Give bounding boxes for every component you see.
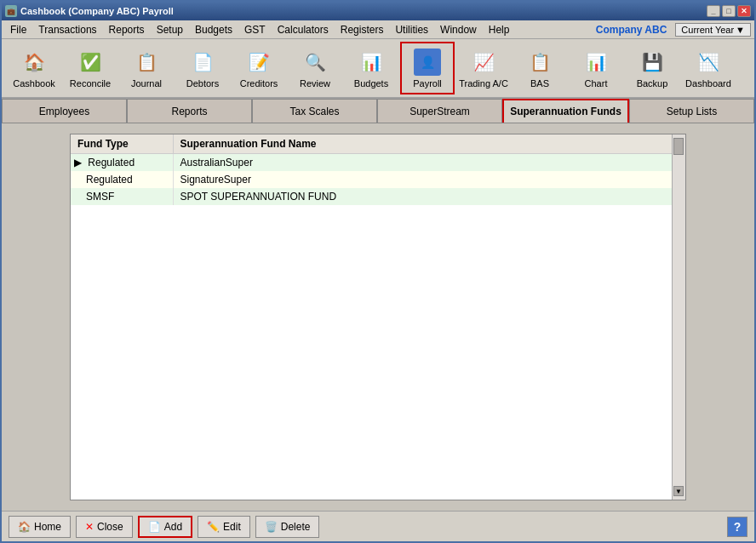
toolbar-creditors[interactable]: 📝 Creditors	[232, 42, 286, 94]
trading-label: Trading A/C	[459, 78, 508, 89]
col-fundname: Superannuation Fund Name	[173, 134, 685, 154]
edit-button[interactable]: ✏️ Edit	[198, 516, 250, 538]
toolbar-backup[interactable]: 💾 Backup	[625, 42, 679, 94]
minimize-button[interactable]: _	[707, 5, 720, 17]
payroll-label: Payroll	[413, 78, 442, 89]
cell-fundname: SPOT SUPERANNUATION FUND	[173, 188, 685, 205]
main-window: 💼 Cashbook (Company ABC) Payroll _ □ ✕ F…	[0, 0, 756, 543]
tab-superstream[interactable]: SuperStream	[377, 99, 502, 123]
menu-registers[interactable]: Registers	[335, 22, 389, 37]
tabs-container: Employees Reports Tax Scales SuperStream…	[2, 99, 754, 123]
trading-icon: 📈	[470, 49, 497, 76]
toolbar-trading[interactable]: 📈 Trading A/C	[456, 42, 511, 94]
scroll-arrow-down[interactable]: ▼	[673, 486, 684, 496]
toolbar: 🏠 Cashbook ✅ Reconcile 📋 Journal 📄 Debto…	[2, 39, 754, 99]
edit-icon: ✏️	[207, 521, 220, 533]
reconcile-icon: ✅	[77, 49, 104, 76]
toolbar-chart[interactable]: 📊 Chart	[569, 42, 623, 94]
backup-icon: 💾	[639, 49, 666, 76]
help-button[interactable]: ?	[727, 517, 747, 537]
budgets-icon: 📊	[358, 49, 385, 76]
delete-button[interactable]: 🗑️ Delete	[255, 516, 320, 538]
tab-employees[interactable]: Employees	[2, 99, 127, 123]
journal-icon: 📋	[133, 49, 160, 76]
table-header-row: Fund Type Superannuation Fund Name	[71, 134, 685, 154]
menu-window[interactable]: Window	[435, 22, 482, 37]
delete-label: Delete	[281, 521, 311, 533]
menu-budgets[interactable]: Budgets	[190, 22, 238, 37]
toolbar-review[interactable]: 🔍 Review	[288, 42, 342, 94]
toolbar-reconcile[interactable]: ✅ Reconcile	[63, 42, 117, 94]
tab-setuplists[interactable]: Setup Lists	[629, 99, 754, 123]
budgets-label: Budgets	[354, 78, 388, 89]
scroll-thumb[interactable]	[673, 138, 684, 155]
menu-bar: File Transactions Reports Setup Budgets …	[2, 20, 754, 39]
add-label: Add	[164, 521, 182, 533]
edit-label: Edit	[223, 521, 241, 533]
current-year-button[interactable]: Current Year ▼	[675, 23, 751, 37]
funds-table: Fund Type Superannuation Fund Name ▶ Reg…	[71, 134, 685, 205]
review-label: Review	[300, 78, 330, 89]
table-row[interactable]: ▶ Regulated AustralianSuper	[71, 154, 685, 172]
cell-fundtype: ▶ Regulated	[71, 154, 173, 172]
main-area: Fund Type Superannuation Fund Name ▶ Reg…	[2, 123, 754, 511]
help-label: ?	[734, 520, 742, 534]
home-button[interactable]: 🏠 Home	[9, 516, 71, 538]
dashboard-label: Dashboard	[685, 78, 731, 89]
company-name: Company ABC	[596, 24, 667, 36]
toolbar-payroll[interactable]: 👤 Payroll	[400, 42, 455, 94]
app-icon: 💼	[5, 5, 17, 17]
toolbar-journal[interactable]: 📋 Journal	[119, 42, 174, 94]
dashboard-icon: 📉	[695, 49, 722, 76]
cell-fundname: SignatureSuper	[173, 171, 685, 188]
table-row[interactable]: Regulated SignatureSuper	[71, 171, 685, 188]
tab-taxscales[interactable]: Tax Scales	[252, 99, 377, 123]
chart-label: Chart	[585, 78, 608, 89]
close-icon: ✕	[85, 521, 94, 533]
menu-help[interactable]: Help	[484, 22, 515, 37]
bas-icon: 📋	[526, 49, 553, 76]
table-row[interactable]: SMSF SPOT SUPERANNUATION FUND	[71, 188, 685, 205]
menu-file[interactable]: File	[5, 22, 32, 37]
current-year-label: Current Year	[681, 25, 734, 35]
toolbar-cashbook[interactable]: 🏠 Cashbook	[7, 42, 61, 94]
toolbar-budgets[interactable]: 📊 Budgets	[344, 42, 398, 94]
menu-utilities[interactable]: Utilities	[390, 22, 433, 37]
home-icon: 🏠	[18, 521, 31, 533]
title-bar: 💼 Cashbook (Company ABC) Payroll _ □ ✕	[2, 2, 754, 20]
home-label: Home	[34, 521, 61, 533]
menu-setup[interactable]: Setup	[152, 22, 188, 37]
close-label: Close	[97, 521, 123, 533]
maximize-button[interactable]: □	[722, 5, 736, 17]
title-bar-left: 💼 Cashbook (Company ABC) Payroll	[5, 5, 174, 17]
bas-label: BAS	[530, 78, 549, 89]
close-button[interactable]: ✕ Close	[76, 516, 133, 538]
add-button[interactable]: 📄 Add	[138, 516, 192, 538]
row-arrow: ▶	[74, 157, 82, 169]
toolbar-debtors[interactable]: 📄 Debtors	[175, 42, 230, 94]
scrollbar[interactable]: ▼	[672, 134, 685, 500]
tab-reports[interactable]: Reports	[127, 99, 252, 123]
menu-gst[interactable]: GST	[239, 22, 271, 37]
cashbook-label: Cashbook	[13, 78, 55, 89]
table-container: Fund Type Superannuation Fund Name ▶ Reg…	[70, 134, 686, 500]
menu-transactions[interactable]: Transactions	[33, 22, 101, 37]
backup-label: Backup	[637, 78, 668, 89]
payroll-icon: 👤	[414, 49, 441, 76]
toolbar-dashboard[interactable]: 📉 Dashboard	[681, 42, 736, 94]
debtors-label: Debtors	[186, 78, 220, 89]
cell-fundname: AustralianSuper	[173, 154, 685, 172]
journal-label: Journal	[131, 78, 162, 89]
bottom-toolbar: 🏠 Home ✕ Close 📄 Add ✏️ Edit 🗑️ Delete ?	[2, 511, 754, 541]
creditors-label: Creditors	[240, 78, 278, 89]
debtors-icon: 📄	[189, 49, 216, 76]
toolbar-bas[interactable]: 📋 BAS	[513, 42, 567, 94]
dropdown-icon: ▼	[736, 25, 745, 35]
menu-reports[interactable]: Reports	[104, 22, 150, 37]
tab-superfunds[interactable]: Superannuation Funds	[502, 99, 629, 123]
close-button[interactable]: ✕	[737, 5, 751, 17]
chart-icon: 📊	[582, 49, 610, 76]
cashbook-icon: 🏠	[20, 49, 48, 76]
menu-calculators[interactable]: Calculators	[272, 22, 334, 37]
reconcile-label: Reconcile	[70, 78, 111, 89]
